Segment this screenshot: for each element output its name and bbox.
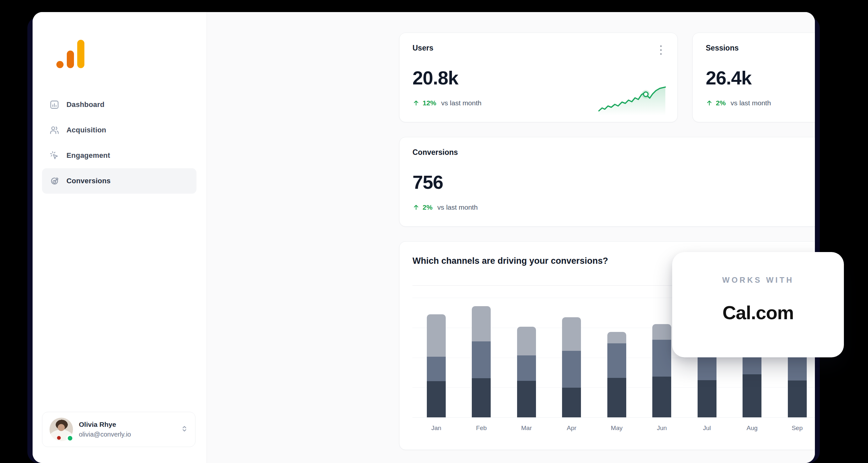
bar-segment-organic-search: [517, 381, 536, 417]
stat-value: 26.4k: [706, 67, 751, 89]
trend-up-arrow-icon: [412, 204, 420, 211]
stat-card-sessions: Sessions 26.4k 2% vs last month: [692, 33, 815, 122]
bar-segment-series-2: [698, 355, 716, 380]
x-tick-may: May: [602, 425, 631, 432]
sidebar-item-engagement[interactable]: Engagement: [42, 143, 196, 168]
main-content: Users 20.8k 12% vs last month: [207, 12, 815, 463]
x-tick-jul: Jul: [692, 425, 722, 432]
bar-segment-series-3: [607, 332, 626, 343]
stat-title: Sessions: [706, 44, 739, 53]
x-tick-jan: Jan: [422, 425, 451, 432]
desktop-background: Dashboard Acquisition Engagement: [0, 0, 868, 463]
bar-segment-organic-search: [472, 378, 491, 417]
goal-target-icon: [50, 176, 59, 186]
sidebar-item-conversions[interactable]: Conversions: [42, 168, 196, 194]
logo-bar-tall: [77, 40, 84, 68]
users-icon: [50, 125, 59, 135]
profile-text: Olivia Rhye olivia@converly.io: [79, 421, 131, 438]
bar-segment-series-2: [607, 343, 626, 378]
logo-dot: [56, 61, 64, 68]
trend-up-arrow-icon: [412, 99, 420, 107]
sidebar-item-label: Conversions: [66, 177, 111, 185]
delta-percent: 2%: [716, 99, 725, 107]
x-tick-sep: Sep: [783, 425, 812, 432]
works-with-label: WORKS WITH: [722, 276, 794, 285]
bar-segment-organic-search: [788, 380, 807, 417]
delta-percent: 12%: [423, 99, 436, 107]
bar-may[interactable]: [607, 332, 626, 417]
app-window: Dashboard Acquisition Engagement: [33, 12, 815, 463]
bar-segment-series-2: [788, 355, 807, 380]
dashboard-icon: [50, 100, 59, 110]
avatar: [50, 418, 73, 441]
kebab-menu-button[interactable]: [658, 44, 664, 57]
bar-segment-series-3: [517, 327, 536, 355]
user-name: Olivia Rhye: [79, 421, 131, 429]
stat-title: Users: [412, 44, 433, 53]
stat-value: 756: [412, 171, 443, 193]
bar-segment-organic-search: [698, 380, 716, 417]
bar-segment-series-2: [562, 351, 581, 388]
bar-mar[interactable]: [517, 327, 536, 417]
x-tick-feb: Feb: [467, 425, 496, 432]
delta-comparison: vs last month: [731, 99, 771, 107]
sidebar-item-acquisition[interactable]: Acquisition: [42, 117, 196, 143]
chevron-updown-icon: [180, 425, 189, 434]
x-tick-mar: Mar: [512, 425, 541, 432]
stat-delta: 12% vs last month: [412, 99, 482, 107]
x-axis-baseline: [412, 417, 815, 418]
bar-segment-organic-search: [562, 388, 581, 417]
bar-segment-series-2: [652, 340, 671, 377]
bar-apr[interactable]: [562, 317, 581, 417]
stat-value: 20.8k: [412, 67, 458, 89]
stat-delta: 2% vs last month: [706, 99, 771, 107]
delta-percent: 2%: [423, 203, 432, 211]
calcom-logo: Cal.com: [722, 301, 794, 323]
stat-card-conversions: Conversions 756 2% vs last month: [399, 137, 815, 227]
stat-card-users: Users 20.8k 12% vs last month: [399, 33, 678, 122]
bar-segment-organic-search: [743, 374, 762, 417]
bar-jun[interactable]: [652, 324, 671, 417]
logo-bar-mid: [67, 51, 74, 68]
bar-segment-series-3: [472, 306, 491, 341]
delta-comparison: vs last month: [441, 99, 482, 107]
bar-segment-series-2: [517, 355, 536, 381]
trend-up-arrow-icon: [706, 99, 713, 107]
sidebar-item-label: Acquisition: [66, 126, 106, 134]
bar-feb[interactable]: [472, 306, 491, 417]
user-email: olivia@converly.io: [79, 431, 131, 438]
bar-segment-series-3: [652, 324, 671, 340]
bar-segment-series-2: [472, 341, 491, 378]
delta-comparison: vs last month: [437, 203, 478, 211]
x-tick-aug: Aug: [737, 425, 767, 432]
pointer-click-icon: [50, 151, 59, 161]
bar-segment-series-3: [427, 314, 446, 357]
sparkline-chart: [598, 86, 666, 116]
sparkline-marker: [644, 92, 648, 96]
user-profile-menu[interactable]: Olivia Rhye olivia@converly.io: [42, 412, 195, 447]
bar-segment-series-2: [427, 357, 446, 381]
bar-segment-organic-search: [607, 378, 626, 417]
sidebar-item-dashboard[interactable]: Dashboard: [42, 92, 196, 117]
stat-delta: 2% vs last month: [412, 203, 478, 211]
works-with-overlay-card: WORKS WITH Cal.com: [672, 252, 844, 357]
sidebar-nav: Dashboard Acquisition Engagement: [42, 92, 196, 194]
sidebar-item-label: Engagement: [66, 151, 110, 160]
chart-title: Which channels are driving your conversi…: [412, 256, 608, 266]
sidebar-item-label: Dashboard: [66, 100, 104, 109]
bar-segment-series-3: [562, 317, 581, 351]
x-tick-jun: Jun: [647, 425, 676, 432]
sidebar: Dashboard Acquisition Engagement: [33, 12, 207, 463]
bar-segment-organic-search: [427, 381, 446, 417]
stat-title: Conversions: [412, 148, 458, 157]
x-tick-apr: Apr: [557, 425, 586, 432]
bar-jan[interactable]: [427, 314, 446, 417]
online-status-dot: [66, 435, 74, 442]
analytics-logo: [33, 12, 98, 77]
bar-segment-organic-search: [652, 377, 671, 417]
